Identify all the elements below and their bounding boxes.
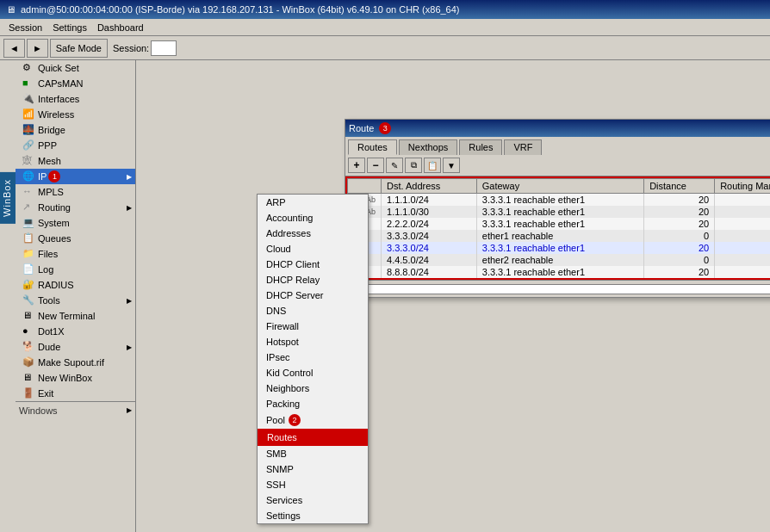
dhcpclient-label: DHCP Client	[266, 259, 320, 269]
sidebar-item-ppp[interactable]: 🔗 PPP	[16, 138, 135, 153]
sidebar-item-mesh[interactable]: 🕸 Mesh	[16, 153, 135, 169]
sidebar-item-mpls[interactable]: ↔ MPLS	[16, 184, 135, 200]
ip-submenu-dhcpclient[interactable]: DHCP Client	[258, 257, 368, 272]
packing-label: Packing	[266, 399, 300, 409]
ip-submenu-cloud[interactable]: Cloud	[258, 241, 368, 257]
sidebar-label-capsman: CAPsMAN	[38, 78, 84, 89]
quickset-icon: ⚙	[22, 62, 34, 74]
ip-submenu-settings[interactable]: Settings	[258, 508, 368, 523]
tab-rules[interactable]: Rules	[459, 139, 502, 155]
sidebar-item-dude[interactable]: 🐕 Dude ▶	[16, 339, 135, 355]
sidebar-item-system[interactable]: 💻 System	[16, 215, 135, 231]
col-gateway[interactable]: Gateway	[476, 179, 643, 194]
tab-vrf[interactable]: VRF	[504, 139, 542, 155]
menu-session[interactable]: Session	[3, 21, 47, 34]
settings-label: Settings	[266, 510, 301, 521]
services-label: Services	[266, 495, 302, 505]
row-distance: 20	[644, 218, 715, 230]
ip-submenu-routes[interactable]: Routes	[258, 429, 368, 446]
add-route-button[interactable]: +	[348, 158, 365, 173]
sidebar-item-exit[interactable]: 🚪 Exit	[16, 386, 135, 401]
ip-submenu: ARP Accounting Addresses Cloud DHCP Clie…	[257, 194, 369, 524]
sidebar-item-files[interactable]: 📁 Files	[16, 246, 135, 262]
ip-submenu-kidcontrol[interactable]: Kid Control	[258, 365, 368, 380]
sidebar-item-interfaces[interactable]: 🔌 Interfaces	[16, 91, 135, 107]
ip-submenu-dhcpserver[interactable]: DHCP Server	[258, 288, 368, 303]
row-dst: 1.1.1.0/30	[382, 206, 477, 218]
ip-submenu-addresses[interactable]: Addresses	[258, 226, 368, 241]
sidebar-item-routing[interactable]: ↗ Routing ▶	[16, 200, 135, 215]
filter-button[interactable]: ▼	[443, 158, 460, 173]
ip-submenu-firewall[interactable]: Firewall	[258, 319, 368, 334]
session-input[interactable]	[151, 40, 177, 56]
sidebar-item-quickset[interactable]: ⚙ Quick Set	[16, 60, 135, 76]
col-indicator[interactable]	[348, 179, 382, 194]
ip-submenu-neighbors[interactable]: Neighbors	[258, 380, 368, 396]
back-button[interactable]: ◄	[3, 39, 25, 58]
ip-submenu-snmp[interactable]: SNMP	[258, 461, 368, 477]
row-routing-mark	[715, 242, 770, 254]
sidebar-item-newwinbox[interactable]: 🖥 New WinBox	[16, 370, 135, 386]
table-row[interactable]: 8.8.8.0/243.3.3.1 reachable ether120	[348, 266, 771, 278]
terminal-icon: 🖥	[22, 310, 34, 322]
route-window-title-text: Route	[349, 123, 374, 133]
menu-settings[interactable]: Settings	[47, 21, 92, 34]
ip-submenu-smb[interactable]: SMB	[258, 446, 368, 461]
ip-submenu-services[interactable]: Services	[258, 492, 368, 508]
sidebar-item-queues[interactable]: 📋 Queues	[16, 231, 135, 246]
row-dst: 3.3.3.0/24	[382, 242, 477, 254]
ip-submenu-packing[interactable]: Packing	[258, 396, 368, 411]
route-table-container: Dst. Address Gateway Distance Routing Ma…	[345, 176, 770, 280]
sidebar-item-capsman[interactable]: ■ CAPsMAN	[16, 76, 135, 91]
ip-submenu-pool[interactable]: Pool 2	[258, 411, 368, 429]
remove-route-button[interactable]: −	[367, 158, 384, 173]
ip-submenu-ssh[interactable]: SSH	[258, 477, 368, 492]
sidebar-item-radius[interactable]: 🔐 RADIUS	[16, 277, 135, 293]
sidebar-item-newterminal[interactable]: 🖥 New Terminal	[16, 308, 135, 324]
sidebar-item-ip[interactable]: 🌐 IP 1 ▶	[16, 169, 135, 184]
safe-mode-button[interactable]: Safe Mode	[50, 39, 108, 58]
sidebar-item-tools[interactable]: 🔧 Tools ▶	[16, 293, 135, 308]
row-gateway: 3.3.3.1 reachable ether1	[476, 206, 643, 218]
ip-submenu-dhcprelay[interactable]: DHCP Relay	[258, 272, 368, 288]
col-dst-address[interactable]: Dst. Address	[382, 179, 477, 194]
tab-routes[interactable]: Routes	[348, 139, 397, 155]
sidebar-item-dot1x[interactable]: ● Dot1X	[16, 324, 135, 339]
mpls-icon: ↔	[22, 186, 34, 198]
ip-submenu-hotspot[interactable]: Hotspot	[258, 334, 368, 350]
table-row[interactable]: 2.2.2.0/243.3.3.1 reachable ether120	[348, 218, 771, 230]
dns-label: DNS	[266, 306, 286, 316]
winbox-label: WinBox	[0, 172, 16, 224]
ip-submenu-accounting[interactable]: Accounting	[258, 210, 368, 226]
sidebar-item-makesupout[interactable]: 📦 Make Supout.rif	[16, 355, 135, 370]
sidebar-item-wireless[interactable]: 📶 Wireless	[16, 107, 135, 122]
main-layout: WinBox ⚙ Quick Set ■ CAPsMAN 🔌 Interface…	[0, 60, 770, 532]
main-toolbar: ◄ ► Safe Mode Session:	[0, 36, 770, 60]
copy-route-button[interactable]: ⧉	[405, 158, 422, 173]
menu-dashboard[interactable]: Dashboard	[92, 21, 149, 34]
table-row[interactable]: DAb1.1.1.0/243.3.3.1 reachable ether120	[348, 194, 771, 207]
ip-icon: 🌐	[22, 170, 34, 182]
windows-arrow-icon: ▶	[127, 406, 132, 414]
ip-submenu-ipsec[interactable]: IPsec	[258, 350, 368, 365]
table-row[interactable]: 4.4.5.0/24ether2 reachable04.4.5.254	[348, 254, 771, 266]
forward-button[interactable]: ►	[27, 39, 48, 58]
sidebar-item-log[interactable]: 📄 Log	[16, 262, 135, 277]
table-row[interactable]: 3.3.3.0/243.3.3.1 reachable ether120	[348, 242, 771, 254]
windows-section[interactable]: Windows ▶	[16, 401, 135, 418]
col-distance[interactable]: Distance	[644, 179, 715, 194]
table-row[interactable]: DAb1.1.1.0/303.3.3.1 reachable ether120	[348, 206, 771, 218]
table-row[interactable]: 3.3.3.0/24ether1 reachable03.3.3.2	[348, 230, 771, 242]
ip-submenu-arp[interactable]: ARP	[258, 195, 368, 210]
sidebar-item-bridge[interactable]: 🌉 Bridge	[16, 122, 135, 138]
tab-nexthops[interactable]: Nexthops	[399, 139, 457, 155]
sidebar-label-radius: RADIUS	[38, 280, 74, 290]
neighbors-label: Neighbors	[266, 383, 309, 393]
ip-submenu-dns[interactable]: DNS	[258, 303, 368, 319]
col-routing-mark[interactable]: Routing Mark	[715, 179, 770, 194]
paste-route-button[interactable]: 📋	[424, 158, 441, 173]
edit-route-button[interactable]: ✎	[386, 158, 403, 173]
scroll-bar[interactable]	[365, 284, 770, 294]
row-routing-mark	[715, 254, 770, 266]
ip-arrow-icon: ▶	[127, 173, 132, 181]
